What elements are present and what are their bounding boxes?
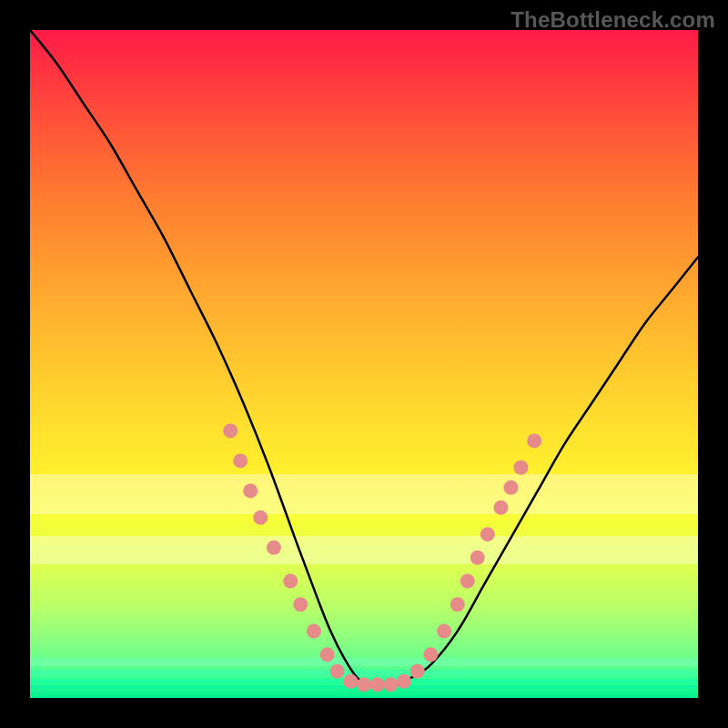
- data-marker: [357, 677, 371, 692]
- data-marker: [320, 647, 335, 662]
- data-marker: [330, 664, 345, 679]
- watermark-text: TheBottleneck.com: [511, 7, 715, 33]
- data-marker: [383, 677, 398, 692]
- data-marker: [233, 453, 248, 468]
- data-marker: [397, 674, 411, 689]
- data-marker: [423, 647, 438, 662]
- data-marker: [370, 677, 385, 692]
- data-marker: [267, 541, 281, 555]
- data-marker: [223, 423, 238, 438]
- data-marker: [480, 527, 495, 541]
- plot-area: [30, 30, 698, 698]
- data-marker: [450, 597, 465, 612]
- data-marker: [503, 480, 518, 495]
- data-marker: [437, 624, 451, 639]
- data-marker: [527, 433, 541, 448]
- bottleneck-curve: [30, 30, 698, 685]
- data-marker: [293, 597, 308, 612]
- data-marker: [253, 511, 268, 525]
- data-marker: [283, 574, 298, 589]
- data-marker: [513, 460, 528, 475]
- data-marker: [460, 574, 475, 589]
- chart-frame: TheBottleneck.com: [0, 0, 728, 728]
- data-marker: [493, 500, 508, 515]
- data-marker: [307, 624, 321, 639]
- data-marker: [243, 483, 258, 498]
- curve-layer: [30, 30, 698, 698]
- data-marker: [410, 664, 425, 679]
- data-marker: [470, 551, 485, 565]
- data-marker: [343, 674, 358, 689]
